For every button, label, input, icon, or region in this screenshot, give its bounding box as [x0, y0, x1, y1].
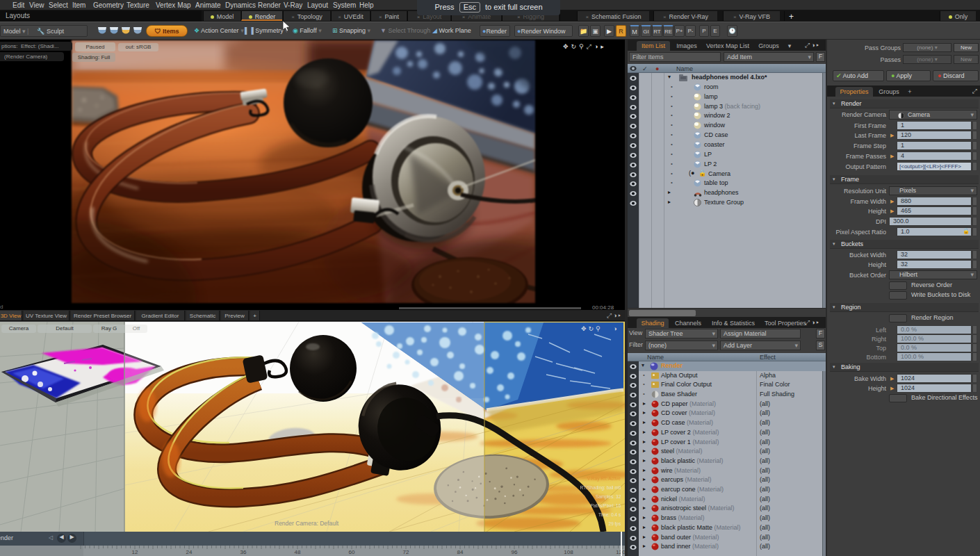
svg-text:24: 24	[186, 549, 193, 555]
svg-text:12: 12	[132, 549, 138, 555]
svg-text:Render Camera: Default: Render Camera: Default	[275, 520, 339, 527]
svg-text:96: 96	[512, 549, 518, 555]
svg-text:Time: 0.4 s: Time: 0.4 s	[598, 512, 621, 517]
svg-text:36: 36	[240, 549, 247, 555]
svg-text:48: 48	[295, 549, 301, 555]
svg-text:84: 84	[457, 549, 464, 555]
svg-text:Samples: 32: Samples: 32	[596, 494, 621, 500]
svg-text:Paths/Pixel: 16: Paths/Pixel: 16	[591, 503, 621, 508]
svg-text:RT/Shading: ball mtl: RT/Shading: ball mtl	[580, 485, 621, 491]
svg-text:108: 108	[564, 549, 573, 555]
svg-text:V-Ray RT: Active: V-Ray RT: Active	[587, 476, 621, 482]
svg-text:72: 72	[403, 549, 409, 555]
svg-text:29 fps: 29 fps	[608, 521, 621, 527]
svg-text:60: 60	[349, 549, 355, 555]
